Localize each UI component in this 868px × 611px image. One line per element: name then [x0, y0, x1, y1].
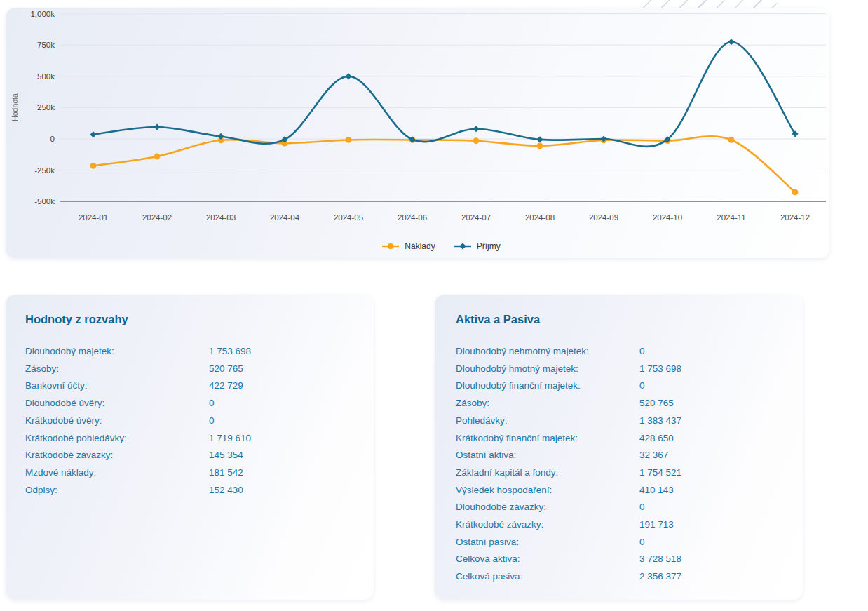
svg-text:2024-10: 2024-10: [653, 213, 682, 222]
panel-right-rows: Dlouhodobý nehmotný majetek:0Dlouhodobý …: [456, 343, 782, 586]
balance-row: Dlouhodobý hmotný majetek:1 753 698: [456, 361, 782, 378]
balance-row: Mzdové náklady:181 542: [25, 464, 354, 482]
balance-row: Základní kapitál a fondy:1 754 521: [456, 464, 782, 482]
row-label: Pohledávky:: [456, 412, 639, 430]
row-label: Výsledek hospodaření:: [456, 482, 639, 499]
balance-row: Odpisy:152 430: [25, 482, 354, 499]
legend-item-prijmy[interactable]: Příjmy: [454, 241, 501, 251]
svg-text:2024-01: 2024-01: [79, 213, 108, 222]
row-label: Ostatní aktiva:: [456, 447, 639, 464]
row-label: Krátkodobé závazky:: [25, 447, 209, 464]
row-value: 0: [639, 499, 645, 516]
svg-text:750k: 750k: [37, 41, 55, 49]
diamond-series-marker-icon: [454, 242, 472, 250]
row-value: 1 753 698: [639, 361, 681, 378]
row-value: 181 542: [209, 464, 243, 482]
row-value: 0: [209, 412, 215, 430]
balance-row: Krátkodobé úvěry:0: [25, 412, 354, 430]
balance-row: Dlouhodobé závazky:0: [456, 499, 782, 516]
row-value: 1 754 521: [639, 464, 681, 482]
legend-item-naklady[interactable]: Náklady: [381, 241, 435, 251]
row-label: Krátkodobé závazky:: [456, 516, 639, 534]
svg-text:1,000k: 1,000k: [30, 10, 55, 18]
balance-row: Dlouhodobý finanční majetek:0: [456, 377, 782, 395]
balance-row: Dlouhodobý nehmotný majetek:0: [456, 343, 782, 361]
row-value: 2 356 377: [639, 568, 681, 586]
line-chart-svg: 1,000k750k500k250k0-250k-500k2024-012024…: [6, 8, 829, 258]
balance-row: Pohledávky:1 383 437: [456, 412, 782, 430]
row-label: Dlouhodobé závazky:: [456, 499, 639, 516]
balance-row: Ostatní pasiva:0: [456, 534, 782, 551]
svg-text:250k: 250k: [37, 103, 55, 112]
panel-title-balance: Hodnoty z rozvahy: [25, 313, 354, 326]
svg-text:Hodnota: Hodnota: [11, 93, 19, 121]
row-value: 0: [639, 377, 645, 395]
balance-row: Krátkodobé závazky:191 713: [456, 516, 782, 534]
row-value: 1 753 698: [209, 343, 251, 361]
legend-label: Příjmy: [477, 241, 501, 251]
row-value: 191 713: [639, 516, 674, 534]
row-value: 145 354: [209, 447, 243, 464]
svg-text:2024-12: 2024-12: [780, 213, 810, 222]
row-label: Dlouhodobý hmotný majetek:: [456, 361, 639, 378]
row-label: Dlouhodobý nehmotný majetek:: [456, 343, 639, 361]
svg-text:2024-06: 2024-06: [398, 213, 427, 222]
svg-text:2024-08: 2024-08: [525, 213, 555, 222]
balance-row: Zásoby:520 765: [25, 361, 354, 378]
row-label: Krátkodobé pohledávky:: [25, 430, 209, 448]
assets-liabilities-panel: Aktiva a Pasiva Dlouhodobý nehmotný maje…: [435, 295, 803, 600]
row-value: 410 143: [639, 482, 674, 499]
row-value: 1 383 437: [639, 412, 681, 430]
row-value: 0: [639, 343, 645, 361]
row-value: 0: [209, 395, 215, 412]
row-value: 520 765: [209, 361, 243, 378]
row-label: Zásoby:: [456, 395, 639, 412]
legend-label: Náklady: [405, 241, 435, 251]
balance-row: Ostatní aktiva:32 367: [456, 447, 782, 464]
row-value: 152 430: [209, 482, 243, 499]
balance-row: Dlouhodobý majetek:1 753 698: [25, 343, 354, 361]
row-value: 422 729: [209, 377, 243, 395]
balance-row: Dlouhodobé úvěry:0: [25, 395, 354, 412]
row-value: 1 719 610: [209, 430, 251, 448]
row-label: Celková aktiva:: [456, 551, 639, 568]
row-value: 428 650: [639, 430, 674, 448]
balance-row: Výsledek hospodaření:410 143: [456, 482, 782, 499]
balance-row: Krátkodobý finanční majetek:428 650: [456, 430, 782, 448]
row-value: 520 765: [639, 395, 674, 412]
balance-row: Krátkodobé závazky:145 354: [25, 447, 354, 464]
panel-title-assets: Aktiva a Pasiva: [456, 313, 782, 326]
svg-text:2024-05: 2024-05: [334, 213, 363, 222]
row-label: Krátkodobý finanční majetek:: [456, 430, 639, 448]
svg-text:2024-04: 2024-04: [270, 213, 300, 222]
row-value: 32 367: [639, 447, 668, 464]
balance-row: Zásoby:520 765: [456, 395, 782, 412]
panel-left-rows: Dlouhodobý majetek:1 753 698Zásoby:520 7…: [25, 343, 354, 499]
row-value: 3 728 518: [639, 551, 681, 568]
row-label: Dlouhodobý finanční majetek:: [456, 377, 639, 395]
svg-text:-500k: -500k: [34, 197, 55, 206]
row-label: Dlouhodobé úvěry:: [25, 395, 209, 412]
svg-text:0: 0: [50, 135, 55, 143]
row-label: Celková pasiva:: [456, 568, 639, 586]
svg-text:2024-02: 2024-02: [142, 213, 172, 222]
row-label: Ostatní pasiva:: [456, 534, 639, 551]
svg-text:2024-09: 2024-09: [589, 213, 618, 222]
svg-text:2024-11: 2024-11: [717, 213, 745, 222]
chart-legend: NákladyPříjmy: [56, 241, 826, 251]
row-label: Bankovní účty:: [25, 377, 209, 395]
row-label: Odpisy:: [25, 482, 209, 499]
row-label: Dlouhodobý majetek:: [25, 343, 209, 361]
svg-text:-250k: -250k: [34, 166, 55, 175]
row-value: 0: [639, 534, 645, 551]
row-label: Zásoby:: [25, 361, 209, 378]
row-label: Základní kapitál a fondy:: [456, 464, 639, 482]
balance-row: Celková pasiva:2 356 377: [456, 568, 782, 586]
balance-values-panel: Hodnoty z rozvahy Dlouhodobý majetek:1 7…: [6, 295, 374, 600]
balance-row: Celková aktiva:3 728 518: [456, 551, 782, 568]
circle-series-marker-icon: [381, 242, 400, 250]
svg-text:2024-03: 2024-03: [206, 213, 236, 222]
svg-text:500k: 500k: [37, 72, 55, 81]
row-label: Mzdové náklady:: [25, 464, 209, 482]
balance-row: Bankovní účty:422 729: [25, 377, 354, 395]
